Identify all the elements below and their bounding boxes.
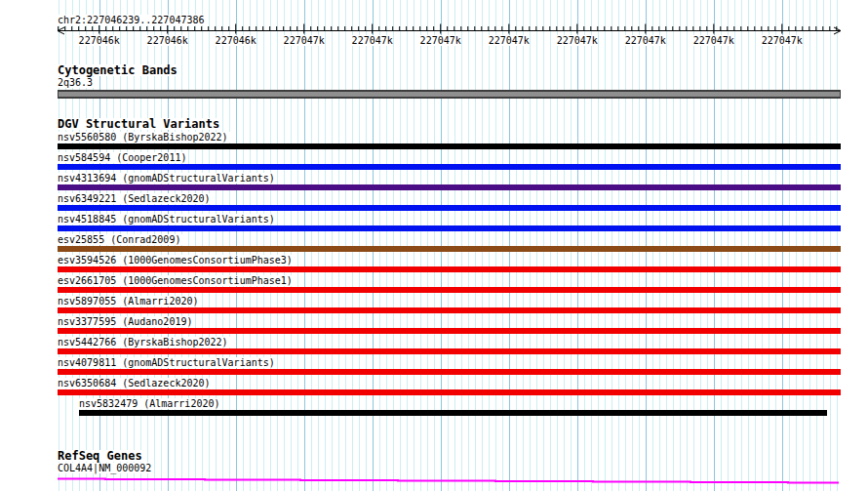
tick-label: 227046k [147,35,188,46]
genome-browser-view: chr2:227046239..227047386 227046k227046k… [0,0,868,491]
variant-label[interactable]: nsv5832479 (Almarri2020) [79,398,222,409]
variant-label[interactable]: esv3594526 (1000GenomesConsortiumPhase3) [58,255,295,266]
variant-label[interactable]: nsv4518845 (gnomADStructuralVariants) [58,214,277,225]
region-title: chr2:227046239..227047386 [58,15,207,25]
variant-label[interactable]: nsv6350684 (Sedlazeck2020) [58,378,213,389]
variant-label[interactable]: nsv4079811 (gnomADStructuralVariants) [58,357,277,368]
variant-label[interactable]: nsv4313694 (gnomADStructuralVariants) [58,173,277,184]
cytoband-label: 2q36.3 [58,77,95,88]
refseq-header: RefSeq Genes [58,450,144,462]
tick-label: 227047k [489,35,530,46]
gene-intron-line[interactable] [58,479,839,483]
dgv-header: DGV Structural Variants [58,118,221,130]
gene-label: COL4A4|NM_000092 [58,463,153,473]
tick-label: 227047k [284,35,325,46]
tick-label: 227047k [557,35,598,46]
variant-label[interactable]: nsv5442766 (ByrskaBishop2022) [58,337,230,348]
variant-label[interactable]: nsv584594 (Cooper2011) [58,152,188,163]
variant-label[interactable]: esv2661705 (1000GenomesConsortiumPhase1) [58,275,295,286]
variant-label[interactable]: nsv5897055 (Almarri2020) [58,296,201,307]
tick-label: 227047k [420,35,461,46]
tick-label: 227047k [693,35,734,46]
tick-label: 227046k [216,35,256,46]
cytobands-header: Cytogenetic Bands [58,64,179,76]
variant-label[interactable]: nsv5560580 (ByrskaBishop2022) [58,132,230,143]
tick-label: 227046k [79,35,120,46]
variant-label[interactable]: nsv3377595 (Audano2019) [58,316,194,327]
variant-label[interactable]: esv25855 (Conrad2009) [58,234,182,245]
tick-label: 227047k [625,35,666,46]
variant-label[interactable]: nsv6349221 (Sedlazeck2020) [58,193,213,204]
tick-label: 227047k [762,35,803,46]
tick-label: 227047k [352,35,393,46]
